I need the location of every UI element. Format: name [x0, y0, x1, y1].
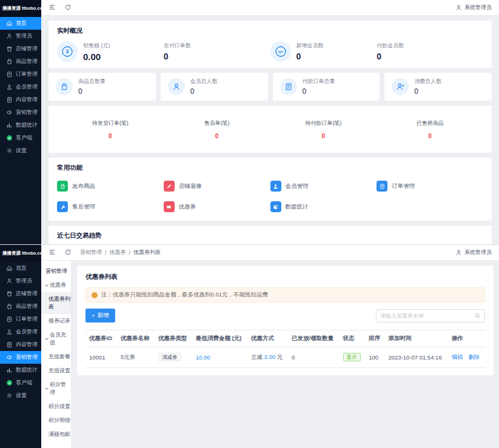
collapse-menu-icon[interactable]: [49, 249, 56, 257]
pending-value[interactable]: 0: [377, 133, 483, 139]
brand-logo: 播播资源 ttbobo.com: [0, 245, 41, 262]
submenu-item-free-shipping[interactable]: 满额包邮: [41, 427, 71, 441]
sidebar-item-members[interactable]: 会员管理: [0, 326, 41, 338]
breadcrumb-marketing[interactable]: 营销管理: [80, 249, 102, 256]
nav-label: 商品管理: [16, 58, 38, 65]
nav-label: 客户端: [16, 134, 32, 142]
pending-value[interactable]: 0: [164, 133, 270, 139]
shop-icon: [6, 45, 13, 52]
submenu-item-recharge-packages[interactable]: 充值套餐: [41, 350, 71, 364]
quick-order-manage[interactable]: 订单管理: [377, 181, 483, 192]
sidebar-item-shop[interactable]: 店铺管理: [0, 42, 41, 55]
total-value: 0: [414, 87, 441, 96]
submenu-item-points-detail[interactable]: 积分明细: [41, 413, 71, 427]
search-icon[interactable]: [475, 310, 481, 321]
sidebar-item-admin[interactable]: 管理员: [0, 30, 41, 42]
sidebar-item-marketing[interactable]: 营销管理: [0, 106, 41, 119]
sidebar-item-content[interactable]: 内容管理: [0, 93, 41, 106]
sidebar-item-orders[interactable]: 订单管理: [0, 313, 41, 326]
sidebar-item-client[interactable]: 客户端: [0, 132, 41, 144]
quick-publish-goods[interactable]: 发布商品: [57, 181, 164, 192]
col-discount-way: 优惠方式: [247, 330, 288, 347]
stat-paying-members: 付款会员数 0: [377, 41, 483, 62]
quick-label: 发布商品: [72, 182, 95, 190]
nav-label: 数据统计: [16, 366, 38, 374]
refresh-icon[interactable]: [64, 4, 72, 12]
breadcrumb-coupon[interactable]: 优惠券: [110, 249, 126, 256]
sidebar-item-home[interactable]: 首页: [0, 262, 41, 275]
sidebar-item-marketing[interactable]: 营销管理: [0, 351, 41, 364]
sidebar-item-content[interactable]: 内容管理: [0, 338, 41, 351]
col-coupon-name: 优惠券名称: [117, 330, 155, 347]
coupon-search-input[interactable]: [380, 313, 475, 319]
marketing-submenu: 营销管理 优惠券 优惠券列表 领券记录 会员充值 充值套餐 充值设置 积分管理 …: [41, 261, 72, 448]
quick-shop-decorate[interactable]: 店铺装修: [164, 181, 270, 192]
notice-alert: 注：优惠券只能抵扣商品金额，最多优惠到0.01元，不能抵扣运费: [85, 287, 485, 303]
quick-label: 订单管理: [392, 182, 415, 190]
submenu-item-points-settings[interactable]: 积分设置: [41, 400, 71, 413]
status-badge: 显示: [343, 353, 361, 361]
submenu-label: 满额包邮: [49, 431, 70, 437]
submenu-item-recharge-settings[interactable]: 充值设置: [41, 364, 71, 378]
sidebar-item-client[interactable]: 客户端: [0, 376, 41, 389]
sidebar-item-members[interactable]: 会员管理: [0, 81, 41, 93]
nav-label: 首页: [16, 264, 27, 272]
aftersale-manage-icon: [57, 201, 68, 212]
submenu-group-recharge[interactable]: 会员充值: [41, 328, 71, 350]
quick-coupon[interactable]: 优惠券: [164, 201, 270, 212]
nav-label: 营销管理: [16, 109, 38, 116]
table-row: 10001 5元券 满减券 10.00 立减 2.00 元 0: [85, 347, 485, 368]
pending-pay: 待付款订单(笔) 0: [270, 119, 377, 139]
cell-actions: 编辑 删除: [448, 347, 485, 368]
nav-label: 营销管理: [16, 353, 38, 361]
pending-aftersale: 售后单(笔) 0: [164, 119, 270, 139]
user-menu[interactable]: 系统管理员: [455, 4, 492, 12]
sidebar-item-shop[interactable]: 店铺管理: [0, 287, 41, 300]
submenu-label: 充值套餐: [49, 353, 70, 359]
person-icon: [168, 78, 185, 95]
collapse-menu-icon[interactable]: [49, 4, 56, 12]
content-icon: [6, 96, 13, 103]
submenu-item-claim-records[interactable]: 领券记录: [41, 314, 71, 328]
submenu-item-coupon-list[interactable]: 优惠券列表: [41, 292, 71, 314]
quick-member-manage[interactable]: 会员管理: [270, 181, 377, 192]
stat-label: 支付订单数: [164, 42, 191, 50]
sidebar-item-statistics[interactable]: 数据统计: [0, 364, 41, 376]
sidebar-item-statistics[interactable]: 数据统计: [0, 119, 41, 132]
nav-label: 内容管理: [16, 341, 38, 349]
delete-link[interactable]: 删除: [468, 353, 480, 360]
add-coupon-button[interactable]: + 新增: [85, 309, 115, 323]
pending-value[interactable]: 0: [270, 133, 377, 139]
sidebar-item-admin[interactable]: 管理员: [0, 275, 41, 287]
user-menu[interactable]: 系统管理员: [455, 249, 492, 256]
sidebar-item-orders[interactable]: 订单管理: [0, 68, 41, 81]
nav-label: 会员管理: [16, 83, 38, 91]
chevron-down-icon: [45, 283, 49, 287]
col-actions: 操作: [448, 330, 485, 347]
coupon-table: 优惠券ID 优惠券名称 优惠券类型 最低消费金额 (元) 优惠方式 已发放/领取…: [85, 330, 485, 368]
gear-icon: [6, 147, 13, 154]
submenu-group-coupon[interactable]: 优惠券: [41, 278, 71, 292]
add-button-label: 新增: [98, 312, 109, 319]
total-goods-card: 商品总数量 0: [49, 73, 156, 101]
sidebar-item-settings[interactable]: 设置: [0, 144, 41, 157]
submenu-group-points[interactable]: 积分管理: [41, 378, 71, 400]
sidebar-item-home[interactable]: 首页: [0, 17, 41, 30]
home-icon: [6, 20, 13, 27]
notice-text: 注：优惠券只能抵扣商品金额，最多优惠到0.01元，不能抵扣运费: [101, 291, 268, 299]
breadcrumb-coupon-list: 优惠券列表: [133, 249, 161, 256]
pending-value[interactable]: 0: [57, 133, 164, 139]
chevron-down-icon: [45, 386, 49, 390]
sidebar-item-settings[interactable]: 设置: [0, 389, 41, 402]
edit-link[interactable]: 编辑: [452, 353, 463, 360]
total-value: 0: [303, 87, 335, 96]
coupon-type-tag: 满减券: [158, 353, 181, 361]
sidebar-item-goods[interactable]: 商品管理: [0, 300, 41, 313]
breadcrumb-separator: /: [105, 250, 107, 256]
refresh-icon[interactable]: [64, 249, 72, 257]
quick-data-stats[interactable]: 数据统计: [270, 201, 377, 212]
warning-icon: [92, 292, 98, 298]
quick-aftersale-manage[interactable]: 售后管理: [57, 201, 164, 212]
sidebar-item-goods[interactable]: 商品管理: [0, 55, 41, 68]
quick-functions-card: 常用功能 发布商品 店铺装修 会员管理: [49, 158, 492, 221]
